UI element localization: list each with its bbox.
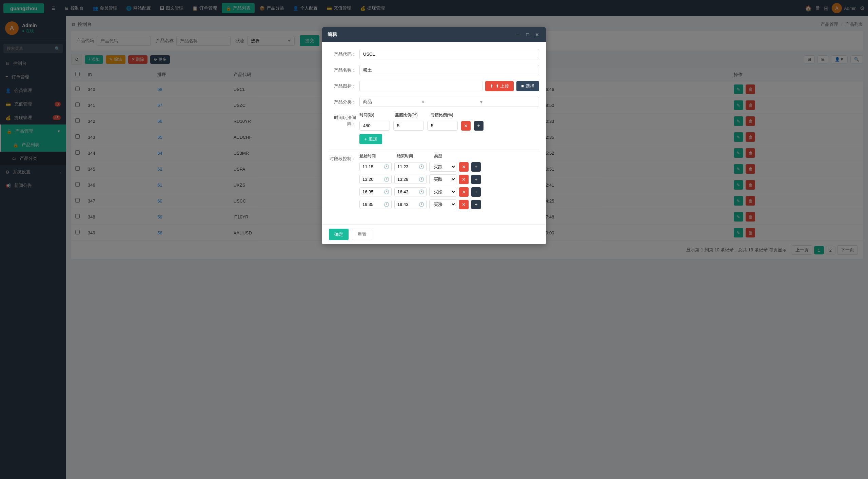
select-btn-label: 选择: [526, 83, 534, 89]
clock-icon-6: 🕐: [419, 189, 424, 194]
time-period-row-4: 🕐 🕐 买涨 买跌 ✕ +: [359, 199, 539, 209]
header-loss-ratio: 亏赔比例(%): [431, 112, 463, 118]
remove-period-4-btn[interactable]: ✕: [459, 200, 469, 209]
modal-product-code-input[interactable]: [359, 49, 539, 59]
header-type: 类型: [434, 153, 461, 159]
category-value: 商品: [363, 99, 419, 105]
clock-icon-8: 🕐: [419, 202, 424, 207]
time-period-label: 时段段控制：: [329, 153, 356, 162]
end-time-input-2[interactable]: [397, 177, 418, 182]
start-time-input-4[interactable]: [362, 202, 383, 207]
add-time-rule-btn[interactable]: +: [474, 121, 484, 131]
end-time-input-3[interactable]: [397, 189, 418, 194]
clock-icon-5: 🕐: [384, 189, 389, 194]
time-period-headers: 起始时间 结束时间 类型: [359, 153, 539, 159]
upload-btn-label: ⬆ 上传: [495, 83, 509, 89]
category-clear-btn[interactable]: ✕: [421, 99, 477, 104]
category-arrow-icon[interactable]: ▼: [479, 99, 535, 104]
time-rules-headers: 时间(秒) 赢赔比例(%) 亏赔比例(%): [359, 112, 539, 118]
product-code-form-label: 产品代码：: [329, 49, 356, 57]
remove-period-3-btn[interactable]: ✕: [459, 187, 469, 197]
header-win-ratio: 赢赔比例(%): [395, 112, 427, 118]
append-time-btn[interactable]: + 追加: [359, 134, 382, 144]
clock-icon-3: 🕐: [384, 177, 389, 182]
product-category-form-label: 产品分类：: [329, 97, 356, 105]
product-icon-form-label: 产品图标：: [329, 81, 356, 89]
modal-overlay: 编辑 — □ ✕ 产品代码： 产品名称： 产品图标：: [0, 0, 868, 479]
end-time-1: 🕐: [394, 162, 427, 171]
header-end-time: 结束时间: [397, 153, 431, 159]
end-time-3: 🕐: [394, 187, 427, 196]
remove-time-rule-btn[interactable]: ✕: [461, 121, 471, 131]
select-btn[interactable]: ■ 选择: [516, 81, 539, 91]
form-row-product-name: 产品名称：: [329, 65, 539, 75]
type-select-3[interactable]: 买涨 买跌: [429, 187, 456, 197]
add-after-period-4-btn[interactable]: +: [471, 200, 481, 209]
modal-title: 编辑: [328, 32, 337, 38]
edit-modal: 编辑 — □ ✕ 产品代码： 产品名称： 产品图标：: [322, 27, 546, 244]
time-rules-label: 时间玩法间隔：: [329, 112, 356, 127]
form-row-product-category: 产品分类： 商品 ✕ ▼: [329, 97, 539, 107]
loss-ratio-input[interactable]: [427, 121, 458, 131]
modal-footer: 确定 重置: [322, 224, 546, 244]
time-period-row-1: 🕐 🕐 买跌 买涨 ✕ +: [359, 162, 539, 172]
start-time-input-3[interactable]: [362, 189, 383, 194]
form-row-product-icon: 产品图标： ⬆ ⬆ 上传 ■ 选择: [329, 81, 539, 91]
modal-maximize-btn[interactable]: □: [524, 31, 531, 38]
remove-period-2-btn[interactable]: ✕: [459, 175, 469, 184]
end-time-input-1[interactable]: [397, 164, 418, 169]
upload-icon: ⬆: [490, 83, 494, 89]
icon-upload-section: ⬆ ⬆ 上传 ■ 选择: [359, 81, 539, 91]
header-seconds: 时间(秒): [359, 112, 392, 118]
modal-product-name-input[interactable]: [359, 65, 539, 75]
add-after-period-3-btn[interactable]: +: [471, 187, 481, 197]
time-rules-section: 时间(秒) 赢赔比例(%) 亏赔比例(%) ✕ + +: [359, 112, 539, 144]
end-time-input-4[interactable]: [397, 202, 418, 207]
type-select-4[interactable]: 买涨 买跌: [429, 199, 456, 209]
win-ratio-input[interactable]: [393, 121, 424, 131]
end-time-4: 🕐: [394, 200, 427, 209]
form-row-product-code: 产品代码：: [329, 49, 539, 59]
modal-body: 产品代码： 产品名称： 产品图标： ⬆ ⬆ 上传 ■: [322, 42, 546, 224]
form-row-time-periods: 时段段控制： 起始时间 结束时间 类型 🕐: [329, 153, 539, 212]
time-period-row-3: 🕐 🕐 买涨 买跌 ✕ +: [359, 187, 539, 197]
remove-period-1-btn[interactable]: ✕: [459, 162, 469, 172]
clock-icon-4: 🕐: [419, 177, 424, 182]
type-select-2[interactable]: 买跌 买涨: [429, 174, 456, 184]
add-after-period-1-btn[interactable]: +: [471, 162, 481, 172]
modal-controls: — □ ✕: [515, 31, 540, 38]
start-time-4: 🕐: [359, 200, 392, 209]
type-select-1[interactable]: 买跌 买涨: [429, 162, 456, 172]
start-time-3: 🕐: [359, 187, 392, 196]
modal-product-icon-input[interactable]: [359, 81, 482, 91]
start-time-input-1[interactable]: [362, 164, 383, 169]
clock-icon-2: 🕐: [419, 164, 424, 169]
time-periods-section: 起始时间 结束时间 类型 🕐 🕐: [359, 153, 539, 212]
seconds-input[interactable]: [359, 121, 390, 131]
upload-btn[interactable]: ⬆ ⬆ 上传: [485, 81, 514, 91]
header-start-time: 起始时间: [359, 153, 393, 159]
product-name-form-label: 产品名称：: [329, 65, 356, 73]
end-time-2: 🕐: [394, 175, 427, 184]
section-divider: [329, 150, 539, 150]
start-time-1: 🕐: [359, 162, 392, 171]
append-label: 追加: [369, 136, 377, 142]
start-time-input-2[interactable]: [362, 177, 383, 182]
form-row-time-rules: 时间玩法间隔： 时间(秒) 赢赔比例(%) 亏赔比例(%) ✕ +: [329, 112, 539, 144]
plus-icon: +: [364, 137, 367, 142]
product-category-dropdown[interactable]: 商品 ✕ ▼: [359, 97, 539, 107]
clock-icon-1: 🕐: [384, 164, 389, 169]
select-icon: ■: [521, 83, 524, 89]
modal-header: 编辑 — □ ✕: [322, 27, 546, 42]
time-rules-row: ✕ +: [359, 121, 539, 131]
clock-icon-7: 🕐: [384, 202, 389, 207]
modal-minimize-btn[interactable]: —: [515, 31, 521, 38]
confirm-btn[interactable]: 确定: [329, 229, 349, 240]
add-after-period-2-btn[interactable]: +: [471, 175, 481, 184]
reset-btn[interactable]: 重置: [352, 229, 372, 240]
modal-close-btn[interactable]: ✕: [534, 31, 540, 38]
time-period-row-2: 🕐 🕐 买跌 买涨 ✕ +: [359, 174, 539, 184]
start-time-2: 🕐: [359, 175, 392, 184]
